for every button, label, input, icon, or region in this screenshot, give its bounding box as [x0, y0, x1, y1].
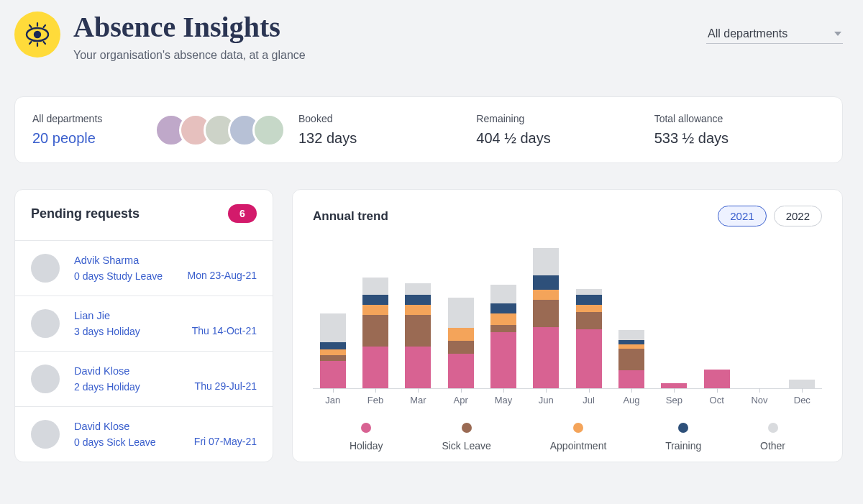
- bar-oct[interactable]: [704, 370, 730, 388]
- bar-segment: [490, 332, 516, 388]
- booked-label: Booked: [298, 113, 469, 124]
- bar-segment: [320, 349, 346, 355]
- summary-card: All departments 20 people Booked 132 day…: [14, 96, 843, 163]
- bar-jul[interactable]: [576, 289, 602, 388]
- year-pill-2022[interactable]: 2022: [774, 206, 822, 226]
- legend-dot: [768, 423, 778, 433]
- bar-aug[interactable]: [618, 330, 644, 388]
- eye-icon: [23, 20, 52, 49]
- bar-segment: [704, 370, 730, 388]
- request-name: David Klose: [74, 421, 186, 432]
- bar-mar[interactable]: [405, 283, 431, 388]
- booked-value: 132 days: [298, 130, 469, 147]
- x-tick: Oct: [701, 395, 732, 406]
- bar-segment: [618, 349, 644, 370]
- summary-scope-label: All departments: [32, 113, 147, 124]
- pending-request-item[interactable]: David Klose2 days HolidayThu 29-Jul-21: [15, 351, 273, 406]
- bar-segment: [405, 347, 431, 388]
- svg-line-6: [29, 42, 32, 44]
- bar-segment: [448, 328, 474, 341]
- bar-jan[interactable]: [320, 313, 346, 388]
- svg-line-4: [44, 25, 46, 27]
- x-tick: Jun: [531, 395, 562, 406]
- bar-segment: [533, 275, 559, 290]
- x-tick: Aug: [616, 395, 647, 406]
- bar-segment: [533, 248, 559, 275]
- year-toggle: 20212022: [718, 206, 822, 226]
- legend-dot: [573, 423, 583, 433]
- annual-trend-card: Annual trend 20212022 JanFebMarAprMayJun…: [292, 189, 843, 462]
- bar-segment: [618, 330, 644, 340]
- allowance-value: 533 ½ days: [654, 130, 825, 147]
- x-tick: Jan: [317, 395, 348, 406]
- bar-may[interactable]: [490, 285, 516, 388]
- request-meta: 2 days Holiday: [74, 381, 186, 393]
- legend-dot: [678, 423, 688, 433]
- svg-line-3: [29, 25, 32, 27]
- legend-dot: [361, 423, 371, 433]
- x-tick: Nov: [744, 395, 775, 406]
- legend-label: Sick Leave: [442, 440, 490, 452]
- bar-segment: [362, 305, 388, 315]
- bar-feb[interactable]: [362, 278, 388, 388]
- x-tick: May: [488, 395, 519, 406]
- pending-request-item[interactable]: Advik Sharma0 days Study LeaveMon 23-Aug…: [15, 240, 273, 295]
- svg-line-7: [44, 42, 46, 44]
- request-meta: 3 days Holiday: [74, 326, 183, 337]
- legend-item[interactable]: Training: [665, 423, 701, 452]
- legend-item[interactable]: Holiday: [350, 423, 383, 452]
- trend-x-axis: JanFebMarAprMayJunJulAugSepOctNovDec: [313, 395, 822, 406]
- trend-legend: HolidaySick LeaveAppointmentTrainingOthe…: [313, 423, 822, 452]
- legend-label: Appointment: [550, 440, 607, 452]
- bar-dec[interactable]: [789, 380, 815, 388]
- bar-segment: [576, 312, 602, 329]
- allowance-label: Total allowance: [654, 113, 825, 124]
- avatar: [31, 420, 60, 449]
- remaining-label: Remaining: [476, 113, 647, 124]
- bar-segment: [490, 313, 516, 325]
- page-subtitle: Your organisation's absence data, at a g…: [73, 49, 843, 62]
- pending-request-item[interactable]: David Klose0 days Sick LeaveFri 07-May-2…: [15, 406, 273, 462]
- legend-dot: [462, 423, 472, 433]
- bar-segment: [490, 325, 516, 332]
- request-date: Fri 07-May-21: [194, 436, 257, 449]
- legend-label: Holiday: [350, 440, 383, 452]
- legend-item[interactable]: Sick Leave: [442, 423, 490, 452]
- pending-request-item[interactable]: Lian Jie3 days HolidayThu 14-Oct-21: [15, 295, 273, 351]
- bar-segment: [661, 383, 687, 388]
- bar-segment: [362, 295, 388, 305]
- bar-segment: [533, 327, 559, 388]
- x-tick: Jul: [573, 395, 604, 406]
- bar-segment: [362, 347, 388, 388]
- legend-item[interactable]: Appointment: [550, 423, 607, 452]
- bar-segment: [490, 303, 516, 313]
- department-filter[interactable]: All departments: [706, 23, 843, 44]
- trend-chart: [313, 245, 822, 389]
- people-avatar-stack[interactable]: [155, 114, 291, 147]
- summary-people-link[interactable]: 20 people: [32, 130, 147, 147]
- request-name: Advik Sharma: [74, 255, 178, 266]
- bar-apr[interactable]: [448, 298, 474, 388]
- bar-segment: [576, 289, 602, 295]
- bar-sep[interactable]: [661, 383, 687, 388]
- year-pill-2021[interactable]: 2021: [718, 206, 766, 226]
- x-tick: Apr: [445, 395, 476, 406]
- bar-jun[interactable]: [533, 248, 559, 388]
- bar-segment: [448, 298, 474, 328]
- bar-segment: [448, 341, 474, 354]
- pending-requests-card: Pending requests 6 Advik Sharma0 days St…: [14, 189, 273, 462]
- legend-item[interactable]: Other: [760, 423, 785, 452]
- legend-label: Other: [760, 440, 785, 452]
- bar-segment: [320, 313, 346, 342]
- avatar: [252, 114, 286, 147]
- avatar: [31, 309, 60, 338]
- request-date: Thu 14-Oct-21: [192, 325, 257, 338]
- bar-segment: [576, 305, 602, 312]
- avatar: [31, 365, 60, 393]
- x-tick: Dec: [787, 395, 818, 406]
- bar-segment: [362, 315, 388, 347]
- bar-segment: [405, 283, 431, 295]
- legend-label: Training: [665, 440, 701, 452]
- request-meta: 0 days Study Leave: [74, 270, 178, 282]
- request-date: Thu 29-Jul-21: [195, 380, 257, 393]
